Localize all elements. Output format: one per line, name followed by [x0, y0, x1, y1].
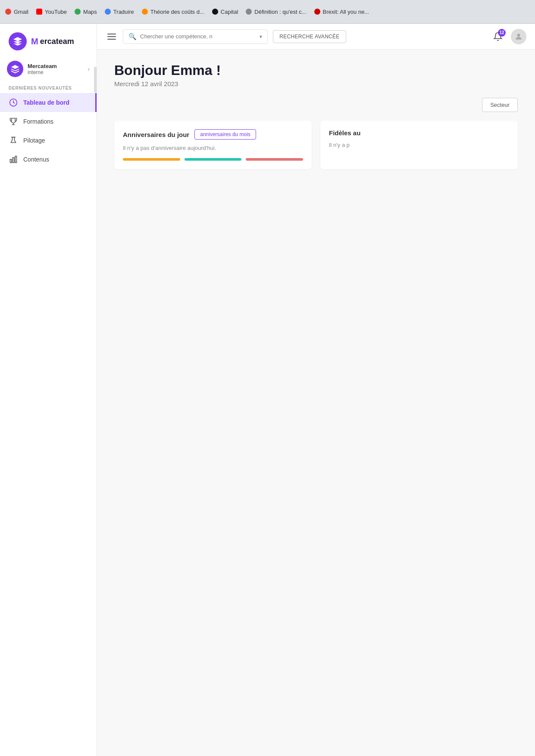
browser-tab-definition[interactable]: Définition : qu'est c... [246, 9, 306, 15]
flask-icon [9, 136, 18, 145]
sidebar-item-label-tableau: Tableau de bord [23, 99, 69, 106]
theorie-tab-label: Théorie des coûts d... [150, 9, 204, 15]
color-bar-teal [185, 158, 242, 161]
sidebar-item-label-formations: Formations [23, 118, 53, 125]
browser-chrome: GmailYouTubeMapsTraduireThéorie des coût… [0, 0, 535, 24]
browser-tab-theorie[interactable]: Théorie des coûts d... [142, 9, 204, 15]
svg-rect-2 [13, 158, 14, 163]
browser-tab-capital[interactable]: Capital [212, 9, 238, 15]
greeting-title: Bonjour Emma ! [114, 62, 518, 78]
color-bar-red [246, 158, 303, 161]
app-layout: M ercateam Mercateam interne › DERNIÈRES… [0, 24, 535, 756]
maps-tab-label: Maps [83, 9, 97, 15]
color-bars [123, 158, 303, 161]
capital-tab-icon [212, 9, 218, 15]
youtube-tab-icon [36, 9, 42, 15]
fideles-card-title: Fidèles au [329, 129, 360, 137]
gmail-tab-icon [5, 9, 11, 15]
sidebar-item-pilotage[interactable]: Pilotage [0, 131, 97, 150]
anniversaires-card-header: Anniversaires du jour anniversaires du m… [123, 129, 303, 140]
search-icon: 🔍 [128, 33, 137, 40]
topbar: 🔍 ▾ RECHERCHE AVANCÉE 12 [97, 24, 535, 50]
sidebar-item-tableau-de-bord[interactable]: Tableau de bord [0, 93, 97, 112]
sidebar-item-label-contenus: Contenus [23, 156, 49, 163]
clock-icon [9, 98, 18, 107]
fideles-card-header: Fidèles au [329, 129, 509, 137]
main-content: 🔍 ▾ RECHERCHE AVANCÉE 12 [97, 24, 535, 756]
workspace-name: Mercateam [28, 63, 83, 69]
fideles-card: Fidèles au Il n'y a p [320, 121, 518, 169]
anniversaires-card-title: Anniversaires du jour [123, 131, 189, 138]
filter-row: Secteur [114, 98, 518, 112]
browser-tab-traduire[interactable]: Traduire [105, 9, 134, 15]
gmail-tab-label: Gmail [14, 9, 28, 15]
sidebar-scrollbar[interactable] [94, 67, 97, 93]
browser-tab-brexit[interactable]: Brexit: All you ne... [314, 9, 369, 15]
search-input[interactable] [140, 33, 256, 40]
logo-m: M [31, 37, 38, 47]
browser-tab-youtube[interactable]: YouTube [36, 9, 67, 15]
svg-rect-1 [10, 159, 12, 163]
chevron-right-icon: › [88, 65, 90, 72]
definition-tab-icon [246, 9, 252, 15]
traduire-tab-icon [105, 9, 111, 15]
secteur-filter-button[interactable]: Secteur [482, 98, 518, 112]
notification-button[interactable]: 12 [490, 29, 506, 44]
sidebar: M ercateam Mercateam interne › DERNIÈRES… [0, 24, 97, 756]
anniversaires-empty-text: Il n'y a pas d'anniversaire aujourd'hui. [123, 145, 303, 151]
page-content: Bonjour Emma ! Mercredi 12 avril 2023 Se… [97, 50, 535, 756]
definition-tab-label: Définition : qu'est c... [254, 9, 306, 15]
sidebar-item-formations[interactable]: Formations [0, 112, 97, 131]
advanced-search-button[interactable]: RECHERCHE AVANCÉE [273, 30, 346, 43]
browser-tab-maps[interactable]: Maps [75, 9, 97, 15]
search-bar[interactable]: 🔍 ▾ [123, 29, 268, 44]
chart-bar-icon [9, 155, 18, 164]
hamburger-menu-button[interactable] [106, 32, 118, 41]
logo-area: M ercateam [0, 24, 97, 57]
fideles-empty-text: Il n'y a p [329, 142, 509, 148]
brexit-tab-icon [314, 9, 320, 15]
workspace-selector[interactable]: Mercateam interne › [0, 57, 97, 82]
workspace-info: Mercateam interne [28, 63, 83, 75]
anniversaires-mois-button[interactable]: anniversaires du mois [194, 129, 256, 140]
traduire-tab-label: Traduire [113, 9, 134, 15]
svg-rect-3 [15, 156, 16, 163]
sidebar-item-contenus[interactable]: Contenus [0, 150, 97, 169]
svg-point-4 [517, 34, 520, 37]
sidebar-item-label-pilotage: Pilotage [23, 137, 45, 144]
brexit-tab-label: Brexit: All you ne... [323, 9, 369, 15]
user-avatar-button[interactable] [511, 29, 526, 44]
maps-tab-icon [75, 9, 81, 15]
search-dropdown-icon[interactable]: ▾ [260, 34, 262, 40]
workspace-sub: interne [28, 69, 83, 75]
cards-row: Anniversaires du jour anniversaires du m… [114, 121, 518, 169]
logo-icon [9, 32, 27, 50]
greeting-date: Mercredi 12 avril 2023 [114, 80, 518, 87]
theorie-tab-icon [142, 9, 148, 15]
capital-tab-label: Capital [221, 9, 238, 15]
trophy-icon [9, 117, 18, 126]
logo-text: M ercateam [31, 37, 74, 47]
color-bar-orange [123, 158, 180, 161]
sidebar-section-label: DERNIÈRES NOUVEAUTÉS [0, 82, 97, 93]
anniversaires-card: Anniversaires du jour anniversaires du m… [114, 121, 312, 169]
browser-tab-gmail[interactable]: Gmail [5, 9, 28, 15]
logo-name: ercateam [40, 37, 74, 46]
notification-badge: 12 [498, 29, 506, 37]
youtube-tab-label: YouTube [45, 9, 67, 15]
workspace-avatar [7, 61, 23, 77]
